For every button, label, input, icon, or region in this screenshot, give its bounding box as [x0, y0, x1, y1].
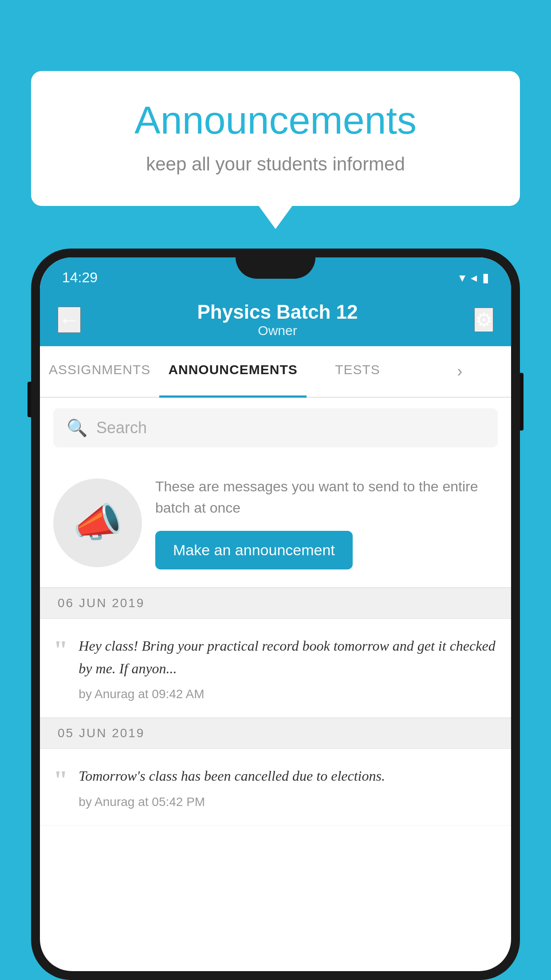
promo-description: These are messages you want to send to t…	[155, 476, 498, 518]
phone-notch	[236, 257, 315, 279]
promo-right: These are messages you want to send to t…	[155, 476, 498, 569]
announcement-text-2: Tomorrow's class has been cancelled due …	[79, 765, 498, 787]
promo-section: 📣 These are messages you want to send to…	[40, 458, 511, 588]
tab-announcements[interactable]: ANNOUNCEMENTS	[159, 346, 306, 397]
announcement-content-1: Hey class! Bring your practical record b…	[79, 635, 498, 701]
phone-outer: 14:29 ▾ ◂ ▮ ← Physics Batch 12 Owner ⚙	[31, 249, 520, 980]
quote-icon-2: "	[53, 767, 68, 809]
phone-side-button-right	[520, 373, 523, 431]
header-subtitle: Owner	[197, 323, 358, 338]
search-container: 🔍 Search	[40, 398, 511, 458]
announcement-item-1[interactable]: " Hey class! Bring your practical record…	[40, 619, 511, 718]
announcement-item-2[interactable]: " Tomorrow's class has been cancelled du…	[40, 749, 511, 825]
speech-bubble: Announcements keep all your students inf…	[31, 71, 520, 206]
header-center: Physics Batch 12 Owner	[197, 301, 358, 338]
search-placeholder: Search	[96, 419, 147, 437]
tab-more[interactable]: ›	[409, 346, 511, 397]
announcement-meta-1: by Anurag at 09:42 AM	[79, 687, 498, 701]
bubble-subtitle: keep all your students informed	[58, 154, 493, 175]
tab-bar: ASSIGNMENTS ANNOUNCEMENTS TESTS ›	[40, 346, 511, 398]
announcement-meta-2: by Anurag at 05:42 PM	[79, 795, 498, 809]
promo-icon-circle: 📣	[53, 478, 142, 567]
status-time: 14:29	[62, 269, 98, 286]
search-bar[interactable]: 🔍 Search	[53, 408, 498, 447]
tab-tests[interactable]: TESTS	[307, 346, 409, 397]
app-header: ← Physics Batch 12 Owner ⚙	[40, 293, 511, 346]
quote-icon-1: "	[53, 636, 68, 701]
phone-side-button-left	[28, 382, 31, 417]
battery-icon: ▮	[482, 270, 489, 285]
date-separator-1: 06 JUN 2019	[40, 588, 511, 619]
phone-mockup: 14:29 ▾ ◂ ▮ ← Physics Batch 12 Owner ⚙	[31, 249, 520, 980]
announcement-text-1: Hey class! Bring your practical record b…	[79, 635, 498, 680]
wifi-icon: ▾	[459, 270, 465, 285]
status-icons: ▾ ◂ ▮	[459, 270, 489, 285]
back-button[interactable]: ←	[58, 307, 81, 333]
megaphone-icon: 📣	[73, 499, 122, 546]
search-icon: 🔍	[67, 418, 87, 438]
date-separator-2: 05 JUN 2019	[40, 718, 511, 749]
phone-screen: 14:29 ▾ ◂ ▮ ← Physics Batch 12 Owner ⚙	[40, 257, 511, 971]
signal-icon: ◂	[471, 270, 477, 285]
speech-bubble-section: Announcements keep all your students inf…	[31, 71, 520, 206]
settings-button[interactable]: ⚙	[474, 308, 493, 332]
announcement-content-2: Tomorrow's class has been cancelled due …	[79, 765, 498, 809]
make-announcement-button[interactable]: Make an announcement	[155, 531, 353, 569]
header-title: Physics Batch 12	[197, 301, 358, 323]
bubble-title: Announcements	[58, 98, 493, 143]
tab-assignments[interactable]: ASSIGNMENTS	[40, 346, 159, 397]
